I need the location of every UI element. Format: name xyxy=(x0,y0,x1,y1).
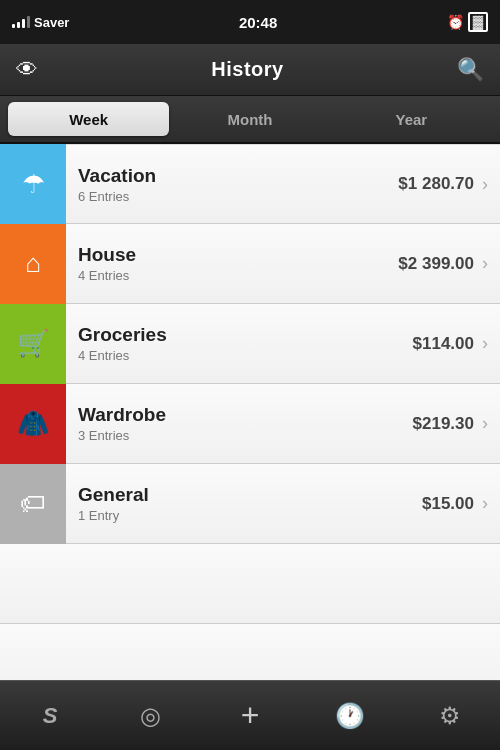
chart-icon: ◎ xyxy=(140,702,161,730)
house-chevron-icon: › xyxy=(482,253,500,274)
vacation-entries: 6 Entries xyxy=(78,189,386,204)
tabbar-settings[interactable]: ⚙ xyxy=(420,691,480,741)
battery-icon: ▓ xyxy=(468,12,488,32)
header: 👁 History 🔍 xyxy=(0,44,500,96)
list-item-vacation[interactable]: ☂ Vacation 6 Entries $1 280.70 › xyxy=(0,144,500,224)
vacation-amount: $1 280.70 xyxy=(398,174,482,194)
groceries-text: Groceries 4 Entries xyxy=(66,324,413,363)
empty-row-1 xyxy=(0,624,500,680)
carrier-label: Saver xyxy=(34,15,69,30)
wardrobe-chevron-icon: › xyxy=(482,413,500,434)
tab-month[interactable]: Month xyxy=(169,102,330,136)
tabbar-dollar[interactable]: S xyxy=(20,691,80,741)
house-text: House 4 Entries xyxy=(66,244,398,283)
general-entries: 1 Entry xyxy=(78,508,410,523)
wardrobe-name: Wardrobe xyxy=(78,404,401,426)
tabs-container: Week Month Year xyxy=(0,96,500,144)
tabbar-history[interactable]: 🕐 xyxy=(320,691,380,741)
expense-list: ☂ Vacation 6 Entries $1 280.70 › ⌂ House… xyxy=(0,144,500,680)
house-name: House xyxy=(78,244,386,266)
status-time: 20:48 xyxy=(239,14,277,31)
general-amount: $15.00 xyxy=(422,494,482,514)
house-icon: ⌂ xyxy=(0,224,66,304)
wardrobe-entries: 3 Entries xyxy=(78,428,401,443)
vacation-icon: ☂ xyxy=(0,144,66,224)
add-icon: + xyxy=(241,697,260,734)
vacation-chevron-icon: › xyxy=(482,174,500,195)
groceries-amount: $114.00 xyxy=(413,334,482,354)
history-icon: 🕐 xyxy=(335,702,365,730)
wardrobe-icon: 🧥 xyxy=(0,384,66,464)
wardrobe-text: Wardrobe 3 Entries xyxy=(66,404,413,443)
dollar-icon: S xyxy=(43,703,58,729)
page-title: History xyxy=(211,58,283,81)
tab-year[interactable]: Year xyxy=(331,102,492,136)
status-bar: Saver 20:48 ⏰ ▓ xyxy=(0,0,500,44)
list-item-house[interactable]: ⌂ House 4 Entries $2 399.00 › xyxy=(0,224,500,304)
vacation-name: Vacation xyxy=(78,165,386,187)
list-container: ☂ Vacation 6 Entries $1 280.70 › ⌂ House… xyxy=(0,144,500,680)
general-icon: 🏷 xyxy=(0,464,66,544)
tab-bar: S ◎ + 🕐 ⚙ xyxy=(0,680,500,750)
eye-icon[interactable]: 👁 xyxy=(16,57,38,83)
general-text: General 1 Entry xyxy=(66,484,422,523)
house-entries: 4 Entries xyxy=(78,268,386,283)
tabbar-add[interactable]: + xyxy=(220,691,280,741)
general-name: General xyxy=(78,484,410,506)
groceries-icon: 🛒 xyxy=(0,304,66,384)
search-icon[interactable]: 🔍 xyxy=(457,57,484,83)
signal-bars-icon xyxy=(12,16,30,28)
list-item-general[interactable]: 🏷 General 1 Entry $15.00 › xyxy=(0,464,500,544)
empty-row-0 xyxy=(0,544,500,624)
tab-week[interactable]: Week xyxy=(8,102,169,136)
groceries-chevron-icon: › xyxy=(482,333,500,354)
groceries-entries: 4 Entries xyxy=(78,348,401,363)
status-right: ⏰ ▓ xyxy=(447,12,488,32)
list-item-groceries[interactable]: 🛒 Groceries 4 Entries $114.00 › xyxy=(0,304,500,384)
house-amount: $2 399.00 xyxy=(398,254,482,274)
wardrobe-amount: $219.30 xyxy=(413,414,482,434)
list-item-wardrobe[interactable]: 🧥 Wardrobe 3 Entries $219.30 › xyxy=(0,384,500,464)
vacation-text: Vacation 6 Entries xyxy=(66,165,398,204)
status-left: Saver xyxy=(12,15,69,30)
general-chevron-icon: › xyxy=(482,493,500,514)
groceries-name: Groceries xyxy=(78,324,401,346)
settings-icon: ⚙ xyxy=(439,702,461,730)
alarm-icon: ⏰ xyxy=(447,14,464,30)
tabbar-chart[interactable]: ◎ xyxy=(120,691,180,741)
